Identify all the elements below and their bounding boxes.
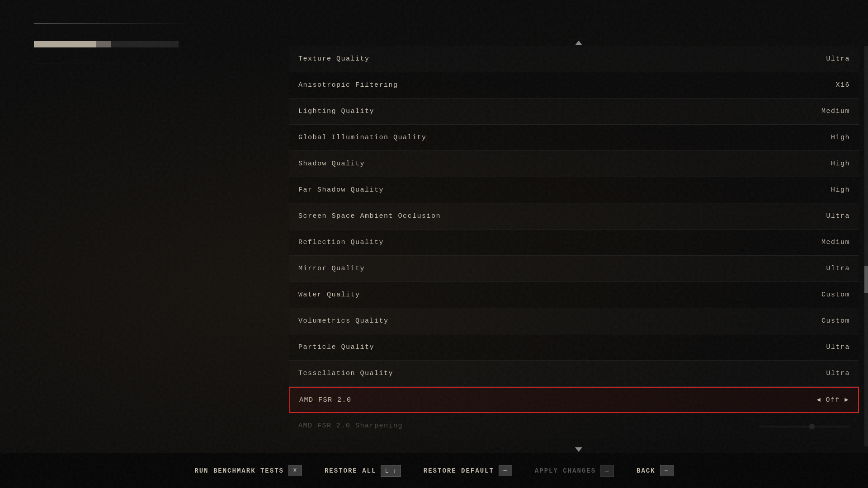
- setting-name-6: Screen Space Ambient Occlusion: [298, 212, 441, 220]
- toolbar-label-3: Apply Changes: [535, 467, 596, 474]
- setting-row-11[interactable]: Particle QualityUltra: [289, 334, 859, 361]
- setting-value-3: High: [831, 134, 850, 141]
- setting-name-0: Texture Quality: [298, 55, 370, 63]
- toolbar-item-2[interactable]: Restore Default—: [424, 465, 512, 476]
- active-setting-value: Off: [826, 396, 840, 404]
- setting-value-8: Ultra: [826, 265, 850, 272]
- title-divider: [34, 23, 188, 24]
- memory-bar-free: [111, 41, 179, 47]
- setting-row-14[interactable]: AMD FSR 2.0 Sharpening: [289, 413, 859, 439]
- setting-row-5[interactable]: Far Shadow QualityHigh: [289, 177, 859, 203]
- right-panel: Texture QualityUltraAnisotropic Filterin…: [289, 41, 868, 452]
- setting-name-9: Water Quality: [298, 291, 360, 299]
- setting-name-4: Shadow Quality: [298, 160, 365, 168]
- setting-name-10: Volumetrics Quality: [298, 317, 389, 325]
- setting-row-9[interactable]: Water QualityCustom: [289, 282, 859, 308]
- setting-value-5: High: [831, 186, 850, 194]
- setting-value-14: [760, 425, 850, 427]
- setting-value-7: Medium: [821, 239, 850, 246]
- setting-row-10[interactable]: Volumetrics QualityCustom: [289, 308, 859, 334]
- setting-row-12[interactable]: Tessellation QualityUltra: [289, 361, 859, 387]
- setting-name-14: AMD FSR 2.0 Sharpening: [298, 422, 403, 430]
- toolbar-key-3: ↵: [600, 465, 614, 477]
- setting-name-5: Far Shadow Quality: [298, 186, 384, 194]
- setting-row-3[interactable]: Global Illumination QualityHigh: [289, 125, 859, 151]
- bottom-toolbar: Run Benchmark TestsXRestore AllL ⇧Restor…: [0, 453, 868, 488]
- memory-bar-other: [96, 41, 111, 47]
- toolbar-key-1: L ⇧: [381, 465, 401, 477]
- toolbar-item-0[interactable]: Run Benchmark TestsX: [194, 465, 302, 476]
- setting-value-2: Medium: [821, 108, 850, 115]
- toolbar-key-0: X: [288, 465, 302, 476]
- toolbar-label-4: Back: [637, 467, 656, 474]
- scroll-down-indicator: [575, 447, 582, 452]
- setting-row-1[interactable]: Anisotropic FilteringX16: [289, 72, 859, 99]
- section-divider: [34, 64, 179, 64]
- settings-list: Texture QualityUltraAnisotropic Filterin…: [289, 46, 859, 446]
- setting-name-3: Global Illumination Quality: [298, 134, 427, 141]
- setting-value-6: Ultra: [826, 212, 850, 220]
- setting-value-0: Ultra: [826, 55, 850, 63]
- setting-value-12: Ultra: [826, 370, 850, 377]
- toolbar-key-2: —: [499, 465, 512, 476]
- setting-row-8[interactable]: Mirror QualityUltra: [289, 256, 859, 282]
- setting-value-13: ◄Off►: [817, 396, 849, 404]
- setting-value-11: Ultra: [826, 343, 850, 351]
- setting-name-12: Tessellation Quality: [298, 370, 393, 377]
- toolbar-label-0: Run Benchmark Tests: [194, 467, 284, 474]
- setting-value-1: X16: [835, 81, 850, 89]
- setting-row-4[interactable]: Shadow QualityHigh: [289, 151, 859, 177]
- setting-value-9: Custom: [821, 291, 850, 299]
- setting-value-4: High: [831, 160, 850, 168]
- setting-row-2[interactable]: Lighting QualityMedium: [289, 99, 859, 125]
- toolbar-label-1: Restore All: [325, 467, 376, 474]
- arrow-left-icon[interactable]: ◄: [817, 396, 821, 404]
- memory-bar-rdr2: [34, 41, 96, 47]
- toolbar-item-3: Apply Changes↵: [535, 465, 614, 477]
- memory-details: [34, 54, 179, 56]
- toolbar-item-1[interactable]: Restore AllL ⇧: [325, 465, 401, 477]
- setting-name-7: Reflection Quality: [298, 239, 384, 246]
- setting-name-13: AMD FSR 2.0: [299, 396, 352, 404]
- setting-name-11: Particle Quality: [298, 343, 374, 351]
- left-panel: [34, 18, 237, 72]
- toolbar-label-2: Restore Default: [424, 467, 494, 474]
- setting-name-2: Lighting Quality: [298, 108, 374, 115]
- scrollbar[interactable]: [864, 46, 868, 446]
- toolbar-item-4[interactable]: Back←: [637, 465, 674, 476]
- setting-row-13[interactable]: AMD FSR 2.0◄Off►: [289, 387, 859, 413]
- toolbar-key-4: ←: [660, 465, 674, 476]
- setting-row-6[interactable]: Screen Space Ambient OcclusionUltra: [289, 203, 859, 230]
- arrow-right-icon[interactable]: ►: [844, 396, 849, 404]
- setting-name-1: Anisotropic Filtering: [298, 81, 398, 89]
- memory-bar: [34, 41, 179, 47]
- setting-value-10: Custom: [821, 317, 850, 325]
- setting-row-7[interactable]: Reflection QualityMedium: [289, 230, 859, 256]
- setting-name-8: Mirror Quality: [298, 265, 365, 272]
- scroll-up-indicator: [575, 41, 582, 45]
- setting-row-0[interactable]: Texture QualityUltra: [289, 46, 859, 72]
- scrollbar-thumb[interactable]: [864, 266, 868, 293]
